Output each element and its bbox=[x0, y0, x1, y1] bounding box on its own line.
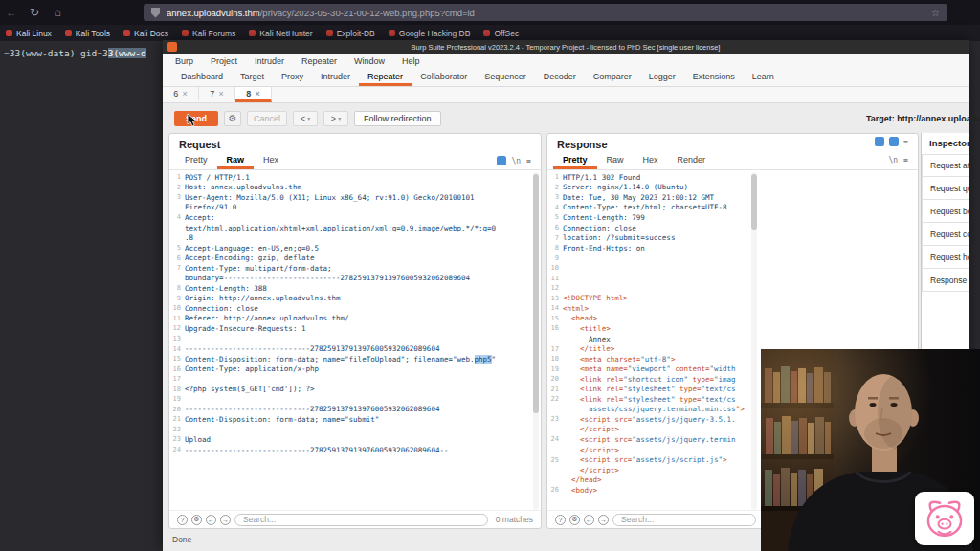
menu-icon[interactable]: ≡ bbox=[526, 157, 531, 165]
response-editor[interactable]: 1HTTP/1.1 302 Found2Server: nginx/1.14.0… bbox=[549, 172, 749, 510]
tab-intruder[interactable]: Intruder bbox=[312, 69, 359, 86]
tab-sequencer[interactable]: Sequencer bbox=[476, 69, 535, 86]
code-line: 18 <meta charset="utf-8"> bbox=[549, 354, 749, 364]
bookmark-item[interactable]: Kali Forums bbox=[182, 29, 235, 38]
history-back-button[interactable]: <▾ bbox=[293, 111, 318, 126]
request-tab-hex[interactable]: Hex bbox=[254, 153, 288, 169]
menu-item-intruder[interactable]: Intruder bbox=[246, 56, 293, 66]
back-icon[interactable]: ← bbox=[0, 6, 23, 19]
repeater-tab-8[interactable]: 8× bbox=[235, 87, 272, 102]
url-domain: annex.uploadvulns.thm bbox=[167, 8, 260, 18]
tab-proxy[interactable]: Proxy bbox=[273, 69, 312, 86]
bookmark-item[interactable]: Kali NetHunter bbox=[249, 29, 312, 38]
tab-decoder[interactable]: Decoder bbox=[535, 69, 585, 86]
repeater-toolbar: Send ⚙ Cancel <▾ >▾ Follow redirection T… bbox=[163, 103, 969, 133]
help-icon[interactable]: ? bbox=[177, 515, 188, 525]
cancel-button[interactable]: Cancel bbox=[247, 111, 287, 126]
newline-toggle-icon[interactable]: \n bbox=[889, 156, 899, 165]
inspector-section[interactable]: Response he bbox=[922, 269, 969, 292]
inspector-section[interactable]: Request que bbox=[922, 177, 969, 200]
code-line: 13 bbox=[171, 334, 531, 344]
bookmark-item[interactable]: Google Hacking DB bbox=[389, 29, 471, 38]
tab-target[interactable]: Target bbox=[232, 69, 273, 86]
close-icon[interactable]: × bbox=[218, 89, 223, 99]
response-tab-pretty[interactable]: Pretty bbox=[553, 153, 597, 169]
response-tab-raw[interactable]: Raw bbox=[597, 153, 634, 169]
gear-icon[interactable]: ⚙ bbox=[191, 515, 202, 525]
bookmark-item[interactable]: Kali Docs bbox=[123, 29, 168, 38]
response-tab-render[interactable]: Render bbox=[668, 153, 716, 169]
scrollbar-thumb[interactable] bbox=[751, 174, 757, 230]
gear-icon[interactable]: ⚙ bbox=[569, 515, 580, 525]
request-search-input[interactable] bbox=[234, 514, 488, 526]
bookmark-item[interactable]: Exploit-DB bbox=[326, 29, 375, 38]
bookmark-item[interactable]: Kali Tools bbox=[65, 29, 110, 38]
next-match-icon[interactable]: → bbox=[598, 515, 609, 525]
inspector-section[interactable]: Request coo bbox=[922, 223, 969, 246]
bookmark-item[interactable]: OffSec bbox=[483, 29, 519, 38]
layout-toggle-icon[interactable] bbox=[497, 156, 506, 165]
newline-toggle-icon[interactable]: \n bbox=[512, 157, 522, 165]
burp-titlebar[interactable]: Burp Suite Professional v2023.2.4 - Temp… bbox=[163, 40, 969, 54]
menu-item-help[interactable]: Help bbox=[393, 56, 429, 66]
repeater-tab-7[interactable]: 7× bbox=[199, 87, 235, 102]
code-line: 15Content-Disposition: form-data; name="… bbox=[171, 354, 531, 364]
response-scrollbar[interactable] bbox=[751, 172, 757, 510]
request-editor[interactable]: 1POST / HTTP/1.12Host: annex.uploadvulns… bbox=[171, 172, 531, 510]
home-icon[interactable]: ⌂ bbox=[46, 6, 69, 19]
line-number: 22 bbox=[171, 426, 185, 433]
follow-redirection-button[interactable]: Follow redirection bbox=[354, 111, 441, 126]
line-number: 21 bbox=[549, 386, 563, 393]
request-match-count: 0 matches bbox=[496, 515, 533, 524]
close-icon[interactable]: × bbox=[182, 89, 187, 99]
menu-icon[interactable]: ≡ bbox=[903, 138, 908, 146]
webcam-overlay bbox=[761, 349, 980, 551]
tab-logger[interactable]: Logger bbox=[640, 69, 684, 86]
menu-item-window[interactable]: Window bbox=[345, 56, 393, 66]
tab-comparer[interactable]: Comparer bbox=[585, 69, 640, 86]
response-editor-icons: \n ≡ bbox=[889, 156, 908, 165]
repeater-tab-label: 7 bbox=[210, 89, 214, 99]
line-number: 3 bbox=[171, 193, 185, 201]
url-path: /privacy/2023-05-30-21-00-12-web.png.php… bbox=[260, 8, 475, 18]
next-match-icon[interactable]: → bbox=[220, 515, 231, 525]
inspector-section[interactable]: Request hea bbox=[922, 246, 969, 269]
bookmark-item[interactable]: Kali Linux bbox=[6, 29, 52, 38]
layout-rows-icon[interactable] bbox=[889, 137, 899, 146]
inspector-section[interactable]: Request bod bbox=[922, 200, 969, 223]
tab-collaborator[interactable]: Collaborator bbox=[412, 69, 476, 86]
request-tab-raw[interactable]: Raw bbox=[217, 153, 255, 169]
request-tab-pretty[interactable]: Pretty bbox=[175, 153, 217, 169]
scrollbar-thumb[interactable] bbox=[533, 174, 539, 413]
code-text: Content-Type: text/html; charset=UTF-8 bbox=[563, 203, 727, 211]
menu-item-burp[interactable]: Burp bbox=[167, 56, 202, 66]
tab-learn[interactable]: Learn bbox=[744, 69, 783, 86]
inspector-section[interactable]: Request attr bbox=[922, 154, 969, 177]
menu-item-repeater[interactable]: Repeater bbox=[293, 56, 345, 66]
tab-repeater[interactable]: Repeater bbox=[359, 69, 412, 86]
code-line: 12 bbox=[549, 283, 749, 294]
menu-icon[interactable]: ≡ bbox=[903, 156, 908, 165]
layout-columns-icon[interactable] bbox=[875, 137, 884, 146]
help-icon[interactable]: ? bbox=[555, 515, 566, 525]
tab-extensions[interactable]: Extensions bbox=[684, 69, 744, 86]
prev-match-icon[interactable]: ← bbox=[584, 515, 594, 525]
close-icon[interactable]: × bbox=[255, 89, 259, 99]
menu-item-project[interactable]: Project bbox=[202, 56, 246, 66]
prev-match-icon[interactable]: ← bbox=[206, 515, 216, 525]
history-forward-button[interactable]: >▾ bbox=[323, 111, 348, 126]
code-text: Accept: bbox=[185, 213, 215, 222]
tab-dashboard[interactable]: Dashboard bbox=[172, 69, 232, 86]
line-number: 15 bbox=[549, 315, 563, 322]
url-bar[interactable]: annex.uploadvulns.thm /privacy/2023-05-3… bbox=[144, 4, 947, 21]
repeater-tab-6[interactable]: 6× bbox=[163, 87, 199, 102]
gear-icon[interactable]: ⚙ bbox=[224, 111, 241, 126]
reload-icon[interactable]: ↻ bbox=[23, 6, 46, 19]
request-scrollbar[interactable] bbox=[533, 172, 539, 510]
response-search-input[interactable] bbox=[612, 514, 756, 526]
code-line: 9Origin: http://annex.uploadvulns.thm bbox=[171, 294, 531, 304]
line-number: 13 bbox=[549, 295, 563, 302]
shield-icon[interactable] bbox=[151, 8, 160, 18]
response-tab-hex[interactable]: Hex bbox=[634, 153, 668, 169]
bookmark-star-icon[interactable]: ☆ bbox=[931, 8, 940, 18]
